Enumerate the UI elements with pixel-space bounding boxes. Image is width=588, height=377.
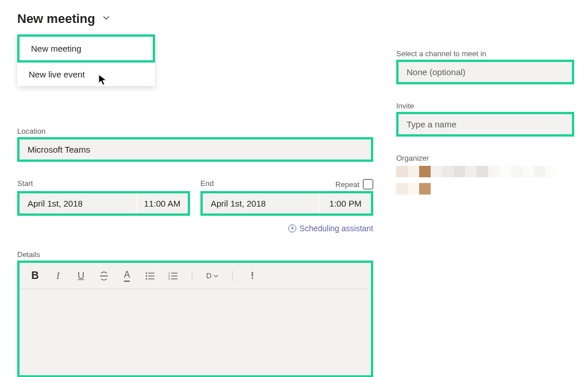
location-input[interactable] [20,139,371,160]
svg-text:3: 3 [168,277,170,280]
details-label: Details [17,250,373,259]
toolbar-separator [233,271,233,281]
end-block: End Repeat April 1st, 2018 1:00 PM [200,179,373,216]
scheduling-assistant-label: Scheduling assistant [300,224,373,233]
organizer-redacted [396,166,574,200]
repeat-toggle[interactable]: Repeat [335,179,373,189]
channel-input[interactable] [399,62,572,82]
numbered-list-button[interactable]: 123 [168,272,178,280]
page-title: New meeting [17,11,95,26]
location-highlight [17,137,373,162]
start-datetime[interactable]: April 1st, 2018 11:00 AM [20,193,188,213]
invite-label: Invite [396,102,574,110]
end-time[interactable]: 1:00 PM [319,193,371,213]
repeat-label: Repeat [335,180,359,189]
start-label: Start [17,179,33,188]
new-meeting-dropdown: New meeting New live event [17,34,155,86]
clock-icon [288,224,296,232]
location-block: Location [17,127,373,162]
repeat-checkbox[interactable] [363,179,373,189]
toolbar-separator [192,271,192,281]
dropdown-item-label: New live event [29,69,85,79]
organizer-block: Organizer [396,154,574,200]
rich-text-editor: B I U A 123 [20,263,371,375]
end-highlight: April 1st, 2018 1:00 PM [200,191,373,216]
editor-toolbar: B I U A 123 [20,263,371,289]
end-datetime[interactable]: April 1st, 2018 1:00 PM [203,193,371,213]
channel-label: Select a channel to meet in [396,49,574,58]
location-label: Location [17,127,373,135]
dropdown-item-label: New meeting [31,44,82,53]
editor-body[interactable] [20,289,371,375]
scheduling-assistant-link[interactable]: Scheduling assistant [17,224,373,233]
datetime-row: Start April 1st, 2018 11:00 AM End Repea… [17,179,373,216]
organizer-label: Organizer [396,154,574,162]
start-block: Start April 1st, 2018 11:00 AM [17,179,190,216]
channel-highlight [396,60,574,84]
invite-block: Invite [396,102,574,137]
end-date[interactable]: April 1st, 2018 [203,193,319,213]
dropdown-item-new-meeting[interactable]: New meeting [17,34,155,63]
title-field-wrap [17,90,373,110]
start-highlight: April 1st, 2018 11:00 AM [17,191,190,216]
underline-button[interactable]: U [76,271,86,281]
channel-block: Select a channel to meet in [396,49,574,84]
importance-button[interactable]: ! [247,271,257,281]
svg-point-2 [146,275,148,277]
details-block: Details B I U A [17,250,373,377]
invite-input[interactable] [399,114,572,134]
end-label: End [200,179,214,188]
bullet-list-button[interactable] [145,272,155,280]
italic-button[interactable]: I [53,271,63,281]
page-title-row: New meeting [17,11,571,26]
font-color-button[interactable]: A [122,270,132,282]
start-date[interactable]: April 1st, 2018 [20,193,136,213]
dropdown-item-new-live-event[interactable]: New live event [17,63,155,86]
start-time[interactable]: 11:00 AM [136,193,188,213]
chevron-down-icon[interactable] [102,14,110,24]
invite-highlight [396,112,574,137]
paragraph-style-button[interactable]: D [206,271,219,280]
svg-point-0 [146,272,148,274]
details-highlight: B I U A 123 [17,261,373,377]
svg-point-4 [146,278,148,279]
bold-button[interactable]: B [30,270,40,282]
strikethrough-button[interactable] [99,271,109,281]
right-column: Select a channel to meet in Invite Organ… [396,32,574,377]
